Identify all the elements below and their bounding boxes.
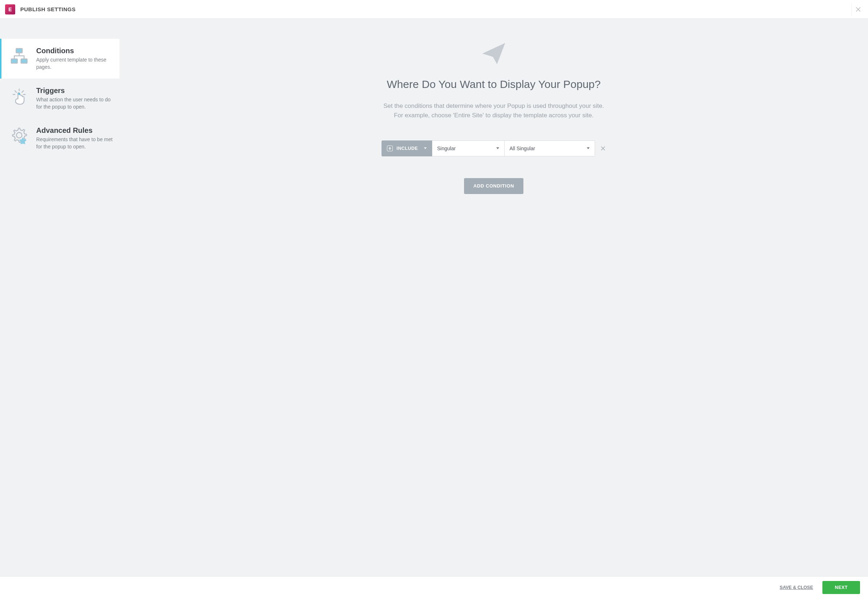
close-icon [600, 145, 606, 151]
condition-subtype-value: All Singular [509, 145, 535, 151]
condition-type-value: Singular [437, 145, 456, 151]
content-pane: Where Do You Want to Display Your Popup?… [120, 19, 868, 576]
chevron-down-icon [424, 147, 427, 149]
condition-subtype-select[interactable]: All Singular [505, 141, 595, 156]
sidebar-tab-desc: Requirements that have to be met for the… [36, 136, 113, 150]
svg-rect-0 [16, 48, 22, 53]
chevron-down-icon [496, 147, 499, 149]
page-title: PUBLISH SETTINGS [20, 6, 76, 12]
sidebar-tab-advanced-rules[interactable]: Advanced Rules Requirements that have to… [0, 118, 120, 158]
condition-row: INCLUDE Singular All Singular [381, 141, 605, 156]
save-and-close-link[interactable]: SAVE & CLOSE [780, 585, 813, 590]
sidebar-tab-triggers[interactable]: Triggers What action the user needs to d… [0, 79, 120, 118]
elementor-logo: E [5, 4, 15, 15]
tap-pointer-icon [9, 87, 30, 111]
content-description: Set the conditions that determine where … [383, 102, 604, 121]
content-heading: Where Do You Want to Display Your Popup? [387, 78, 601, 91]
sidebar: Conditions Apply current template to the… [0, 19, 120, 576]
remove-condition-button[interactable] [600, 145, 606, 151]
next-button[interactable]: NEXT [822, 581, 860, 594]
sidebar-tab-title: Advanced Rules [36, 126, 113, 135]
paper-plane-icon [481, 40, 507, 68]
sidebar-tab-title: Conditions [36, 47, 113, 55]
condition-mode-select[interactable]: INCLUDE [381, 141, 432, 156]
sidebar-tab-conditions[interactable]: Conditions Apply current template to the… [0, 39, 120, 79]
elementor-logo-glyph: E [8, 6, 12, 12]
footer-bar: SAVE & CLOSE NEXT [0, 576, 868, 598]
close-icon [855, 6, 862, 13]
close-button[interactable] [852, 3, 864, 16]
header-bar: E PUBLISH SETTINGS [0, 0, 868, 19]
condition-mode-label: INCLUDE [396, 146, 418, 151]
svg-rect-1 [11, 59, 17, 63]
svg-rect-2 [21, 59, 27, 63]
sidebar-tab-title: Triggers [36, 87, 113, 95]
add-condition-button[interactable]: ADD CONDITION [464, 178, 524, 194]
svg-point-4 [16, 133, 22, 138]
hierarchy-icon [9, 47, 30, 70]
condition-type-select[interactable]: Singular [432, 141, 505, 156]
sidebar-tab-desc: Apply current template to these pages. [36, 57, 113, 70]
svg-point-3 [18, 93, 20, 95]
chevron-down-icon [587, 147, 590, 149]
sidebar-tab-desc: What action the user needs to do for the… [36, 96, 113, 111]
plus-box-icon [387, 145, 393, 151]
gear-star-icon [9, 126, 30, 150]
